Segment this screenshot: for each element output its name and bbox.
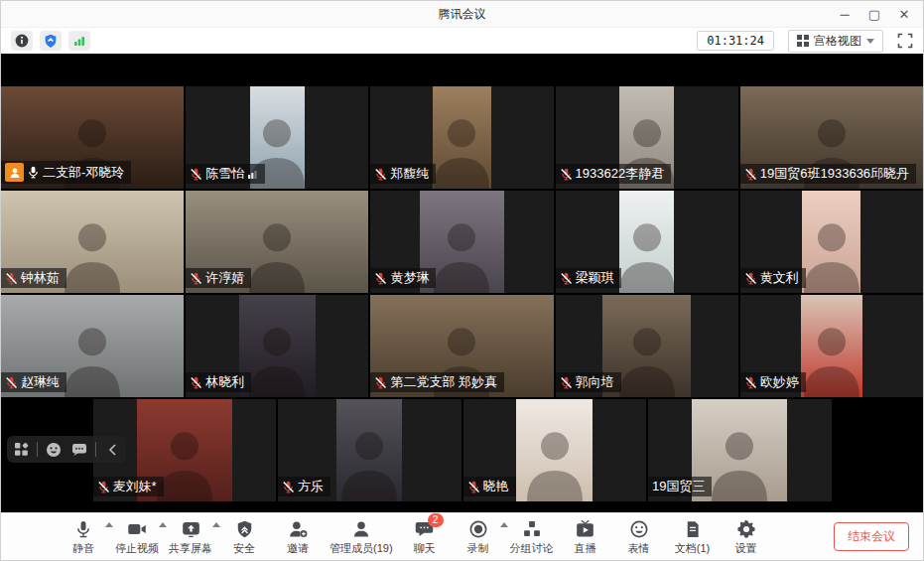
view-mode-label: 宫格视图 (814, 33, 861, 50)
video-tile[interactable]: 19国贸6班1933636邱晓丹 (740, 86, 923, 189)
video-feed (619, 191, 674, 293)
grid-view-icon (797, 35, 809, 47)
minimize-button[interactable]: ─ (832, 4, 858, 24)
participant-label: 晓艳 (463, 477, 516, 496)
shield-icon[interactable] (40, 31, 62, 51)
title-bar: 腾讯会议 ─ ▢ ✕ (1, 1, 923, 28)
toolbar-item-label: 管理成员(19) (330, 541, 393, 556)
participant-name: 黄文利 (760, 270, 799, 286)
person-icon (351, 518, 371, 540)
participant-label: 许淳婧 (186, 268, 251, 288)
video-feed (801, 295, 863, 397)
muted-mic-icon (190, 272, 202, 285)
muted-mic-icon (374, 168, 387, 181)
video-row: 钟林茹许淳婧黄梦琳梁颖琪黄文利 (1, 191, 923, 293)
video-tile[interactable]: 郑馥纯 (370, 86, 553, 189)
participant-name: 赵琳纯 (21, 374, 60, 390)
muted-mic-icon (190, 376, 202, 389)
video-tile[interactable]: 赵琳纯 (1, 295, 184, 397)
video-tile[interactable]: 第二党支部 郑妙真 (370, 295, 553, 397)
participant-name: 第二党支部 郑妙真 (390, 374, 497, 390)
invite-button[interactable]: 邀请 (271, 515, 325, 559)
participant-name: 19国贸三 (652, 479, 705, 494)
stop-video-button[interactable]: 停止视频 (110, 515, 164, 559)
video-grid: 二支部-邓晓玲陈雪怡郑馥纯1933622李静君19国贸6班1933636邱晓丹钟… (1, 86, 923, 501)
muted-mic-icon (374, 376, 387, 389)
toolbar-item-label: 设置 (735, 541, 757, 556)
live-button[interactable]: 直播 (559, 515, 612, 559)
network-signal-icon[interactable] (68, 31, 90, 51)
muted-mic-icon (744, 272, 757, 285)
divider (95, 442, 96, 457)
video-tile[interactable]: 晓艳 (463, 399, 647, 501)
window-controls: ─ ▢ ✕ (832, 4, 923, 24)
unread-badge: 2 (428, 513, 444, 527)
video-feed (516, 399, 593, 501)
video-tile[interactable]: 陈雪怡 (186, 86, 368, 189)
participant-label: 第二党支部 郑妙真 (370, 372, 504, 392)
video-tile[interactable]: 方乐 (278, 399, 462, 501)
participant-name: 郑馥纯 (390, 166, 429, 182)
docs-button[interactable]: 文档(1) (666, 515, 720, 559)
muted-mic-icon (282, 481, 295, 493)
video-feed (433, 86, 491, 189)
view-mode-button[interactable]: 宫格视图 (788, 30, 883, 53)
muted-mic-icon (560, 376, 573, 389)
participant-label: 欧妙婷 (740, 372, 806, 392)
video-tile[interactable]: 林晓利 (186, 295, 368, 397)
participant-label: 麦刘妹* (93, 477, 164, 496)
fullscreen-icon[interactable] (897, 33, 913, 49)
layout-icon[interactable] (11, 440, 31, 460)
video-tile[interactable]: 郭向培 (556, 295, 738, 397)
shield-lock-icon (235, 518, 254, 540)
participant-name: 林晓利 (205, 374, 244, 390)
video-tile[interactable]: 梁颖琪 (556, 191, 738, 293)
breakout-button[interactable]: 分组讨论 (505, 515, 559, 559)
meeting-controls-right: 01:31:24 宫格视图 (697, 30, 913, 53)
security-button[interactable]: 安全 (217, 515, 271, 559)
mic-icon (27, 166, 40, 179)
video-feed (802, 191, 860, 293)
person-add-icon (288, 518, 309, 540)
toolbar-item-label: 直播 (575, 541, 596, 556)
reaction-quickbar (7, 436, 126, 463)
emoji-button[interactable]: 表情 (612, 515, 666, 559)
video-tile[interactable]: 二支部-邓晓玲 (1, 86, 184, 189)
record-button[interactable]: 录制 (452, 515, 505, 559)
video-tile[interactable]: 欧妙婷 (740, 295, 923, 397)
video-tile[interactable]: 1933622李静君 (556, 86, 738, 189)
participant-name: 郭向培 (576, 374, 614, 390)
participant-label: 钟林茹 (1, 268, 66, 288)
share-screen-icon (181, 518, 201, 540)
smiley-icon[interactable] (44, 440, 64, 460)
live-tv-icon (575, 518, 595, 540)
maximize-button[interactable]: ▢ (861, 4, 887, 24)
video-tile[interactable]: 许淳婧 (186, 191, 368, 293)
end-meeting-button[interactable]: 结束会议 (834, 522, 909, 551)
video-tile[interactable]: 钟林茹 (1, 191, 184, 293)
video-tile[interactable]: 19国贸三 (648, 399, 832, 501)
chat-bubble-icon[interactable] (69, 440, 89, 460)
person-silhouette (514, 420, 595, 501)
person-silhouette (329, 420, 410, 501)
meeting-info-bar: 01:31:24 宫格视图 (1, 28, 923, 54)
muted-mic-icon (97, 481, 110, 493)
video-row: 二支部-邓晓玲陈雪怡郑馥纯1933622李静君19国贸6班1933636邱晓丹 (1, 86, 923, 189)
muted-mic-icon (190, 168, 202, 181)
share-screen-button[interactable]: 共享屏幕 (164, 515, 217, 559)
participant-name: 二支部-邓晓玲 (43, 165, 124, 181)
mute-button[interactable]: 静音 (57, 515, 110, 559)
info-icon[interactable] (11, 31, 33, 51)
video-tile[interactable]: 黄文利 (740, 191, 923, 293)
close-button[interactable]: ✕ (891, 4, 917, 24)
muted-mic-icon (5, 376, 18, 389)
toolbar-item-label: 文档(1) (675, 541, 710, 556)
participant-name: 钟林茹 (21, 270, 60, 286)
video-tile[interactable]: 黄梦琳 (370, 191, 553, 293)
mic-icon (73, 518, 93, 540)
settings-button[interactable]: 设置 (720, 515, 773, 559)
chevron-left-icon[interactable] (102, 440, 122, 460)
members-button[interactable]: 管理成员(19) (325, 515, 398, 559)
chat-button[interactable]: 聊天2 (398, 515, 452, 559)
toolbar-item-label: 静音 (72, 541, 94, 556)
